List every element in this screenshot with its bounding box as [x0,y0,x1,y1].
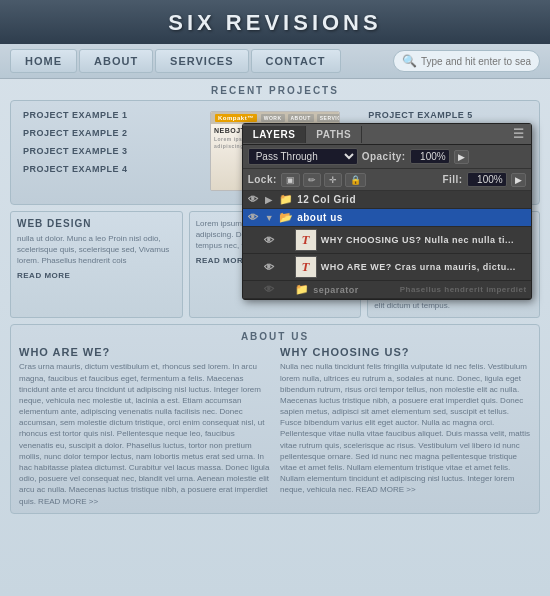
search-bar: 🔍 [393,50,540,72]
navigation: HOME ABOUT SERVICES CONTACT 🔍 [0,44,550,79]
recent-projects-label: RECENT PROJECTS [10,85,540,96]
site-header: SIX REVISIONS [0,0,550,44]
layer-name-whoarewe: WHO ARE WE? Cras urna mauris, dictu... [321,262,527,272]
ps-tabs: LAYERS PATHS ☰ [243,124,531,145]
projects-center: Kompakt™ WORK ABOUT SERVICES CONTACT NEB… [192,107,359,198]
ps-opacity-label: Opacity: [362,151,406,162]
preview-nav-items: WORK ABOUT SERVICES CONTACT [261,114,340,122]
project-item-5[interactable]: PROJECT EXAMPLE 5 [364,107,531,123]
layer-row-separator[interactable]: 👁 📁 separator Phasellus hendrerit imperd… [243,281,531,299]
ps-lock-row: Lock: ▣ ✏ ✛ 🔒 Fill: ▶ [243,169,531,191]
wd-text-1: nulla ut dolor. Munc a leo Proin nisl od… [17,233,176,267]
layer-folder-icon-12colgrid: 📁 [279,193,294,206]
project-item-3[interactable]: PROJECT EXAMPLE 3 [19,143,186,159]
nav-home[interactable]: HOME [10,49,77,73]
ps-lock-icons: ▣ ✏ ✛ 🔒 [281,173,366,187]
ps-fill-label: Fill: [442,174,462,185]
layer-folder-icon-separator: 📁 [295,283,310,296]
ps-layers-list: 👁 ▶ 📁 12 Col Grid 👁 ▼ 📂 about us [243,191,531,299]
layer-eye-separator: 👁 [263,284,277,295]
about-choosing-text: Nulla nec nulla tincidunt felis fringill… [280,361,531,495]
wd-col-1: WEB DESIGN nulla ut dolor. Munc a leo Pr… [10,211,183,318]
nav-contact[interactable]: CONTACT [251,49,341,73]
layer-name-separator: separator [313,285,396,295]
ps-panel-menu-icon[interactable]: ☰ [507,124,531,144]
projects-grid: PROJECT EXAMPLE 1 PROJECT EXAMPLE 2 PROJ… [19,107,531,198]
preview-nav-services: SERVICES [317,114,340,122]
about-who-text: Cras urna mauris, dictum vestibulum et, … [19,361,270,506]
photoshop-panel: LAYERS PATHS ☰ Pass Through Normal Multi… [242,123,532,300]
layer-expand-12colgrid: ▶ [265,195,275,205]
layer-eye-whychoosing: 👁 [263,235,277,246]
layer-row-whoarewe[interactable]: 👁 T WHO ARE WE? Cras urna mauris, dictu.… [243,254,531,281]
layer-eye-whoarewe: 👁 [263,262,277,273]
ps-blend-row: Pass Through Normal Multiply Screen Opac… [243,145,531,169]
preview-logo: Kompakt™ [215,114,257,122]
ps-lock-all-btn[interactable]: 🔒 [345,173,366,187]
ps-lock-image-btn[interactable]: ✏ [303,173,321,187]
ps-fill-arrow[interactable]: ▶ [511,173,526,187]
layer-name-whychoosing: WHY CHOOSING US? Nulla nec nulla ti... [321,235,527,245]
layer-eye-12colgrid: 👁 [247,194,261,205]
ps-tab-layers[interactable]: LAYERS [243,126,307,143]
layer-name-aboutus: about us [297,212,527,223]
layer-eye-aboutus: 👁 [247,212,261,223]
ps-tab-paths[interactable]: PATHS [306,126,362,143]
ps-fill-input[interactable] [467,172,507,187]
ps-blend-mode-select[interactable]: Pass Through Normal Multiply Screen [248,148,358,165]
search-icon: 🔍 [402,54,417,68]
project-item-2[interactable]: PROJECT EXAMPLE 2 [19,125,186,141]
about-label: ABOUT US [19,331,531,342]
preview-nav-about: ABOUT [288,114,314,122]
layer-separator-extra: Phasellus hendrerit imperdiet [400,285,527,294]
layer-folder-icon-aboutus: 📂 [279,211,294,224]
layer-name-12colgrid: 12 Col Grid [297,194,527,205]
wd-readmore-1[interactable]: READ MORE [17,271,176,280]
about-who-col: WHO ARE WE? Cras urna mauris, dictum ves… [19,346,270,506]
search-input[interactable] [421,56,531,67]
ps-lock-transparent-btn[interactable]: ▣ [281,173,300,187]
layer-row-aboutus[interactable]: 👁 ▼ 📂 about us [243,209,531,227]
about-who-title: WHO ARE WE? [19,346,270,358]
ps-opacity-input[interactable] [410,149,450,164]
layer-row-12colgrid[interactable]: 👁 ▶ 📁 12 Col Grid [243,191,531,209]
layer-thumb-whychoosing: T [295,229,317,251]
nav-about[interactable]: ABOUT [79,49,153,73]
about-choosing-col: WHY CHOOSING US? Nulla nec nulla tincidu… [280,346,531,506]
layer-row-whychoosing[interactable]: 👁 T WHY CHOOSING US? Nulla nec nulla ti.… [243,227,531,254]
nav-services[interactable]: SERVICES [155,49,248,73]
layer-expand-aboutus: ▼ [265,213,275,223]
layer-thumb-whoarewe: T [295,256,317,278]
main-content: RECENT PROJECTS PROJECT EXAMPLE 1 PROJEC… [0,79,550,520]
wd-title-1: WEB DESIGN [17,218,176,229]
about-area: ABOUT US WHO ARE WE? Cras urna mauris, d… [10,324,540,513]
site-title: SIX REVISIONS [0,10,550,36]
ps-lock-position-btn[interactable]: ✛ [324,173,342,187]
project-item-4[interactable]: PROJECT EXAMPLE 4 [19,161,186,177]
preview-nav-work: WORK [261,114,285,122]
project-item-1[interactable]: PROJECT EXAMPLE 1 [19,107,186,123]
ps-lock-label: Lock: [248,174,277,185]
recent-projects-area: PROJECT EXAMPLE 1 PROJECT EXAMPLE 2 PROJ… [10,100,540,205]
ps-opacity-arrow[interactable]: ▶ [454,150,469,164]
about-choosing-title: WHY CHOOSING US? [280,346,531,358]
about-inner: WHO ARE WE? Cras urna mauris, dictum ves… [19,346,531,506]
